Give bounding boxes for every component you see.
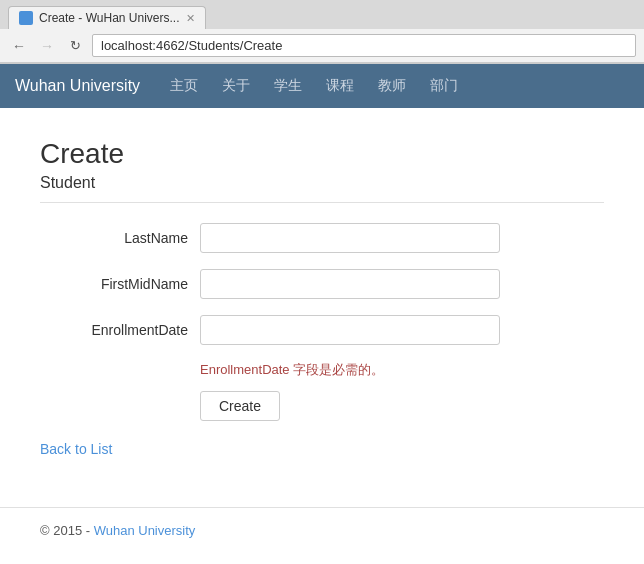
back-button[interactable]: ← (8, 35, 30, 57)
navbar-brand[interactable]: Wuhan University (15, 77, 140, 95)
refresh-button[interactable]: ↻ (64, 35, 86, 57)
enrollmentdate-group: EnrollmentDate (40, 315, 604, 345)
firstmidname-label: FirstMidName (40, 276, 200, 292)
footer: © 2015 - Wuhan University (0, 508, 644, 553)
forward-button[interactable]: → (36, 35, 58, 57)
tab-title: Create - WuHan Univers... (39, 11, 180, 25)
enrollmentdate-input[interactable] (200, 315, 500, 345)
close-tab-icon[interactable]: ✕ (186, 12, 195, 25)
nav-link-about[interactable]: 关于 (212, 71, 260, 101)
address-bar: ← → ↻ (0, 29, 644, 63)
nav-link-students[interactable]: 学生 (264, 71, 312, 101)
validation-error: EnrollmentDate 字段是必需的。 (200, 361, 604, 379)
tab-bar: Create - WuHan Univers... ✕ (0, 0, 644, 29)
back-to-list-link[interactable]: Back to List (40, 441, 112, 457)
nav-link-teachers[interactable]: 教师 (368, 71, 416, 101)
browser-tab[interactable]: Create - WuHan Univers... ✕ (8, 6, 206, 29)
form-divider (40, 202, 604, 203)
lastname-input[interactable] (200, 223, 500, 253)
nav-link-courses[interactable]: 课程 (316, 71, 364, 101)
footer-link[interactable]: Wuhan University (94, 523, 196, 538)
create-button[interactable]: Create (200, 391, 280, 421)
page-subheading: Student (40, 174, 604, 192)
submit-group: Create (200, 391, 604, 421)
lastname-label: LastName (40, 230, 200, 246)
firstmidname-group: FirstMidName (40, 269, 604, 299)
footer-copyright: © 2015 - (40, 523, 90, 538)
url-bar[interactable] (92, 34, 636, 57)
nav-link-departments[interactable]: 部门 (420, 71, 468, 101)
lastname-group: LastName (40, 223, 604, 253)
enrollmentdate-label: EnrollmentDate (40, 322, 200, 338)
firstmidname-input[interactable] (200, 269, 500, 299)
navbar: Wuhan University 主页 关于 学生 课程 教师 部门 (0, 64, 644, 108)
browser-chrome: Create - WuHan Univers... ✕ ← → ↻ (0, 0, 644, 64)
nav-link-home[interactable]: 主页 (160, 71, 208, 101)
create-form: LastName FirstMidName EnrollmentDate Enr… (40, 223, 604, 421)
tab-favicon (19, 11, 33, 25)
main-content: Create Student LastName FirstMidName Enr… (0, 108, 644, 487)
navbar-links: 主页 关于 学生 课程 教师 部门 (160, 71, 468, 101)
page-heading: Create (40, 138, 604, 170)
